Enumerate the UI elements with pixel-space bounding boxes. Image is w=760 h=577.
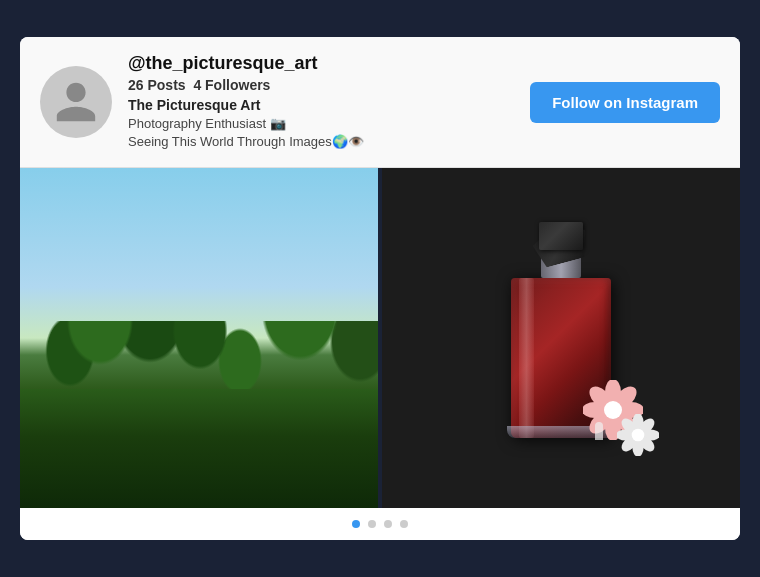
nature-image [20,168,378,508]
profile-header: @the_picturesque_art 26 Posts 4 Follower… [20,37,740,168]
image-grid [20,168,740,508]
profile-display-name: The Picturesque Art [128,97,514,113]
image-cell-nature [20,168,378,508]
dot-4[interactable] [400,520,408,528]
dot-3[interactable] [384,520,392,528]
carousel-dots [20,508,740,540]
profile-info: @the_picturesque_art 26 Posts 4 Follower… [128,53,514,151]
profile-username: @the_picturesque_art [128,53,514,74]
flower-small-icon [617,414,659,456]
instagram-widget: @the_picturesque_art 26 Posts 4 Follower… [20,37,740,540]
posts-count: 26 Posts [128,77,186,93]
dot-1[interactable] [352,520,360,528]
avatar-icon [52,78,100,126]
follow-button[interactable]: Follow on Instagram [530,82,720,123]
dot-2[interactable] [368,520,376,528]
bio-line1: Photography Enthusiast 📷 [128,115,514,133]
figurine [595,422,603,440]
bottle-cap [539,222,583,250]
followers-count: 4 Followers [193,77,270,93]
profile-bio: Photography Enthusiast 📷 Seeing This Wor… [128,115,514,151]
image-cell-perfume [382,168,740,508]
profile-stats: 26 Posts 4 Followers [128,77,514,93]
perfume-image [382,168,740,508]
perfume-scene [461,208,661,468]
avatar [40,66,112,138]
svg-point-17 [632,429,645,442]
bio-line2: Seeing This World Through Images🌍👁️ [128,133,514,151]
